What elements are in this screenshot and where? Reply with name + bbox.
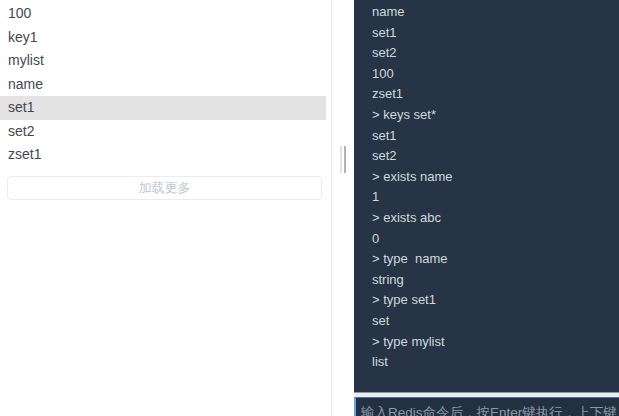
key-list-item[interactable]: name bbox=[0, 73, 326, 97]
key-list-item[interactable]: key1 bbox=[0, 26, 326, 50]
terminal-output-line: set2 bbox=[372, 43, 615, 64]
key-list-item[interactable]: zset1 bbox=[0, 143, 326, 167]
terminal-output-line: 1 bbox=[372, 187, 615, 208]
terminal-output-line: zset1 bbox=[372, 84, 615, 105]
key-list-item[interactable]: 100 bbox=[0, 2, 326, 26]
terminal-output-line: 100 bbox=[372, 64, 615, 85]
terminal-command-line: > exists name bbox=[372, 167, 615, 188]
terminal-output-line: set1 bbox=[372, 23, 615, 44]
splitter-handle-icon bbox=[344, 146, 346, 173]
terminal-output-line: set bbox=[372, 311, 615, 332]
key-list-item[interactable]: set1 bbox=[0, 96, 326, 120]
terminal-output-line: string bbox=[372, 270, 615, 291]
splitter-handle-icon bbox=[340, 146, 342, 173]
key-list-item[interactable]: set2 bbox=[0, 120, 326, 144]
console-panel: nameset1set2100zset1> keys set*set1set2>… bbox=[354, 0, 619, 416]
terminal-command-line: > type set1 bbox=[372, 290, 615, 311]
load-more-button[interactable]: 加载更多 bbox=[7, 176, 322, 200]
terminal-output-line: list bbox=[372, 352, 615, 373]
terminal-command-line: > type mylist bbox=[372, 332, 615, 353]
terminal-output-line: name bbox=[372, 2, 615, 23]
panel-splitter[interactable] bbox=[332, 0, 354, 416]
terminal-output-line: set2 bbox=[372, 146, 615, 167]
command-input[interactable] bbox=[356, 398, 619, 416]
key-list-panel: 100key1mylistnameset1set2zset1 加载更多 bbox=[0, 0, 332, 416]
terminal-output-line: 0 bbox=[372, 229, 615, 250]
terminal-command-line: > exists abc bbox=[372, 208, 615, 229]
terminal-output-line: set1 bbox=[372, 126, 615, 147]
terminal-command-line: > type name bbox=[372, 249, 615, 270]
command-input-wrap bbox=[354, 397, 619, 416]
key-list: 100key1mylistnameset1set2zset1 bbox=[0, 2, 331, 167]
key-list-item[interactable]: mylist bbox=[0, 49, 326, 73]
terminal-output[interactable]: nameset1set2100zset1> keys set*set1set2>… bbox=[354, 0, 619, 392]
redis-client-window: 100key1mylistnameset1set2zset1 加载更多 name… bbox=[0, 0, 619, 416]
terminal-command-line: > keys set* bbox=[372, 105, 615, 126]
